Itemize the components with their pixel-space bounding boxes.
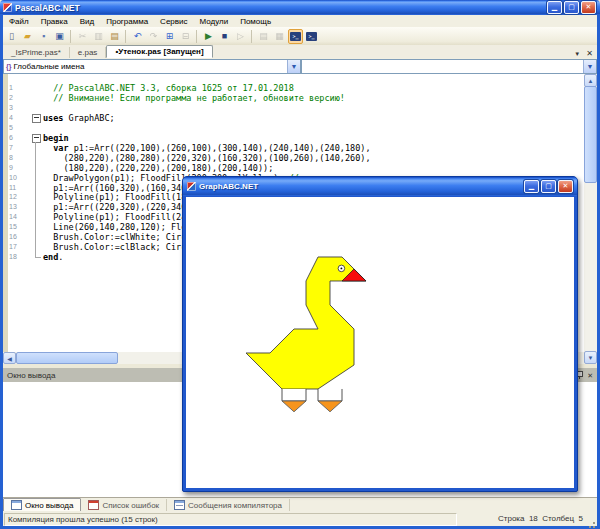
- menu-bar: ФайлПравкаВидПрограммаСервисМодулиПомощь: [3, 15, 597, 27]
- graphabc-window[interactable]: GraphABC.NET ▁ ▢ ✕: [182, 176, 578, 492]
- step-icon: ▷: [237, 32, 244, 41]
- close-button[interactable]: ✕: [581, 1, 596, 14]
- code-line: p1:=Arr((220,320),(220,340),: [43, 202, 197, 212]
- tab-1[interactable]: e.pas: [70, 47, 107, 58]
- errors-panel-icon: ▦: [275, 32, 284, 41]
- line-number: 9: [9, 164, 13, 171]
- close-button[interactable]: ✕: [558, 180, 573, 193]
- find-window-button[interactable]: ⊟: [178, 29, 193, 44]
- scroll-down-icon[interactable]: ▼: [584, 351, 597, 364]
- title-bar[interactable]: PascalABC.NET ▁ ▢ ✕: [0, 0, 600, 15]
- code-line: Polyline(p1); FloodFill(240,: [43, 212, 197, 222]
- code-line: Brush.Color:=clBlack; Circle: [43, 242, 197, 252]
- open-file-icon: ▰: [24, 32, 31, 41]
- window-arrow-icon: ⊞: [166, 32, 174, 41]
- menu-item-6[interactable]: Помощь: [234, 16, 277, 27]
- redo-icon: ↷: [150, 32, 158, 41]
- bottom-tab-0[interactable]: Окно вывода: [3, 498, 81, 512]
- line-number: 17: [9, 243, 17, 250]
- bottom-tab-1[interactable]: Список ошибок: [81, 499, 167, 511]
- scroll-left-icon[interactable]: ◀: [3, 352, 16, 364]
- undo-icon: ↶: [134, 32, 142, 41]
- line-number: 7: [9, 144, 13, 151]
- new-file-button[interactable]: ▯: [4, 29, 19, 44]
- undo-button[interactable]: ↶: [130, 29, 145, 44]
- save-file-button[interactable]: ▪: [36, 29, 51, 44]
- duck-left-leg: [282, 389, 306, 401]
- step-button[interactable]: ▷: [233, 29, 248, 44]
- members-combo[interactable]: ▼: [301, 59, 597, 74]
- line-number: 3: [9, 104, 13, 111]
- copy-button[interactable]: ▥: [91, 29, 106, 44]
- code-line: p1:=Arr((160,320),(160,340),: [43, 183, 197, 193]
- close-pane-icon[interactable]: ✕: [587, 372, 593, 379]
- output-pane-title: Окно вывода: [7, 371, 55, 380]
- show-errors-button[interactable]: ▦: [272, 29, 287, 44]
- hscroll-thumb[interactable]: [16, 352, 118, 364]
- fold-marker[interactable]: [32, 114, 41, 123]
- tab-2[interactable]: •Утенок.pas [Запущен]: [106, 45, 212, 58]
- bottom-tab-label: Сообщения компилятора: [188, 501, 282, 510]
- menu-item-2[interactable]: Вид: [74, 16, 100, 27]
- toolbar-separator: [70, 30, 71, 43]
- console-toggle-button[interactable]: >_: [288, 29, 303, 44]
- code-line: end.: [43, 252, 63, 262]
- console-icon: >_: [290, 31, 301, 41]
- goto-definition-button[interactable]: ⊞: [162, 29, 177, 44]
- bottom-tab-2[interactable]: Сообщения компилятора: [167, 499, 290, 511]
- global-names-icon: {}: [6, 63, 11, 70]
- navigation-bar: {} Глобальные имена ▼ ▼: [3, 58, 597, 74]
- minimize-button[interactable]: ▁: [547, 1, 562, 14]
- status-message: Компиляция прошла успешно (15 строк): [4, 513, 457, 526]
- menu-item-0[interactable]: Файл: [3, 16, 35, 27]
- maximize-button[interactable]: ▢: [564, 1, 579, 14]
- code-line: Polyline(p1); FloodFill(180,: [43, 192, 197, 202]
- resize-grip-icon[interactable]: [593, 522, 595, 524]
- paste-button[interactable]: ▤: [107, 29, 122, 44]
- combo-dropdown-icon[interactable]: ▼: [287, 60, 300, 73]
- close-tab-icon[interactable]: ✕: [586, 49, 593, 58]
- global-names-combo[interactable]: {} Глобальные имена ▼: [3, 59, 301, 74]
- editor-vertical-scrollbar[interactable]: ▲ ▼: [584, 74, 597, 364]
- cut-button[interactable]: ✂: [75, 29, 90, 44]
- menu-item-1[interactable]: Правка: [35, 16, 74, 27]
- stop-icon: ■: [222, 32, 227, 41]
- menu-item-3[interactable]: Программа: [100, 16, 154, 27]
- menu-item-4[interactable]: Сервис: [154, 16, 193, 27]
- stop-button[interactable]: ■: [217, 29, 232, 44]
- graphabc-window-title: GraphABC.NET: [199, 182, 258, 191]
- line-number: 2: [9, 94, 13, 101]
- tab-list-dropdown-icon[interactable]: ▼: [574, 51, 580, 57]
- fold-marker[interactable]: [32, 134, 41, 143]
- toolbar-separator: [125, 30, 126, 43]
- paste-icon: ▤: [110, 32, 119, 41]
- line-number: 8: [9, 154, 13, 161]
- toolbar: ▯▰▪▣✂▥▤↶↷⊞⊟▶■▷▤▦>_>_: [3, 27, 597, 46]
- vscroll-thumb[interactable]: [584, 86, 597, 183]
- redo-button[interactable]: ↷: [146, 29, 161, 44]
- fold-guide-elbow: [35, 257, 41, 258]
- line-number: 16: [9, 233, 17, 240]
- tab-0[interactable]: _IsPrime.pas*: [3, 47, 70, 58]
- cut-icon: ✂: [79, 32, 87, 41]
- duck-drawing: [186, 197, 574, 488]
- code-line: // PascalABC.NET 3.3, сборка 1625 от 17.…: [43, 83, 294, 93]
- maximize-button[interactable]: ▢: [541, 180, 556, 193]
- line-number: 15: [9, 223, 17, 230]
- graphabc-title-bar[interactable]: GraphABC.NET ▁ ▢ ✕: [183, 177, 577, 196]
- toolbar-separator: [251, 30, 252, 43]
- console-icon: >_: [306, 31, 317, 41]
- save-all-icon: ▣: [55, 32, 64, 41]
- new-file-icon: ▯: [9, 32, 14, 41]
- code-line: (280,220),(280,280),(220,320),(160,320),…: [43, 153, 371, 163]
- save-all-button[interactable]: ▣: [52, 29, 67, 44]
- minimize-button[interactable]: ▁: [524, 180, 539, 193]
- combo-dropdown-icon[interactable]: ▼: [583, 60, 596, 73]
- show-output-button[interactable]: ▤: [256, 29, 271, 44]
- menu-item-5[interactable]: Модули: [194, 16, 235, 27]
- console-run-button[interactable]: >_: [304, 29, 319, 44]
- pascalabc-main-window: PascalABC.NET ▁ ▢ ✕ ФайлПравкаВидПрограм…: [0, 0, 600, 529]
- open-file-button[interactable]: ▰: [20, 29, 35, 44]
- run-button[interactable]: ▶: [201, 29, 216, 44]
- pascalabc-logo-icon: [3, 3, 12, 12]
